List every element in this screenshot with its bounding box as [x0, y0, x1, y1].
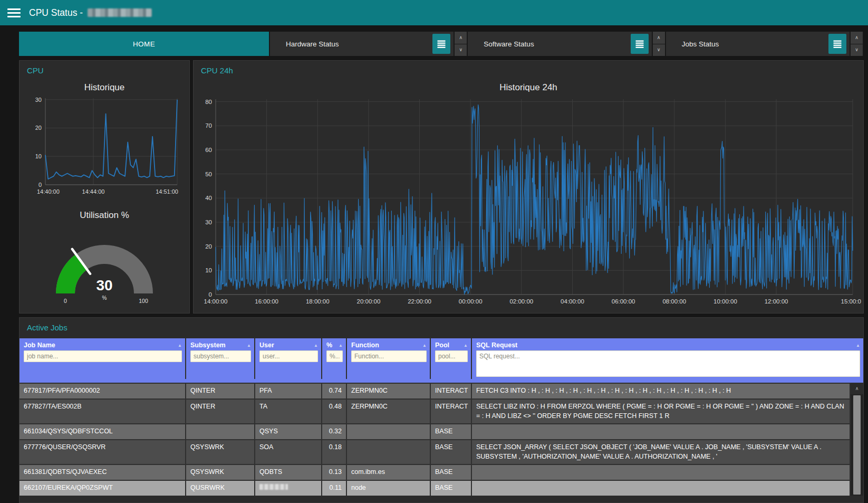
col-header-function[interactable]: Function▲	[347, 338, 431, 379]
col-header-pct[interactable]: %▲	[322, 338, 347, 379]
function-filter-input[interactable]	[351, 350, 427, 362]
cell-subsystem: QSYSWRK	[186, 440, 255, 464]
cpu-24h-panel-title: CPU 24h	[201, 66, 863, 75]
jobs-status-list-icon-button[interactable]	[828, 34, 846, 54]
pct-filter-input[interactable]	[326, 350, 343, 362]
sort-icon-pool[interactable]: ▲	[464, 343, 468, 348]
active-jobs-title: Active Jobs	[27, 323, 863, 332]
menu-icon[interactable]	[7, 8, 21, 17]
sort-icon-sql[interactable]: ▲	[856, 343, 860, 348]
tick-label: 14:44:00	[82, 188, 105, 195]
tab-scroll-up-button[interactable]: ∧	[653, 32, 665, 44]
table-scrollbar[interactable]: ∧	[850, 383, 863, 496]
cell-user: PFA	[255, 384, 322, 398]
cell-user	[255, 481, 322, 496]
gauge-unit: %	[102, 295, 107, 301]
tick-label: 30	[205, 219, 212, 225]
job_name-filter-input[interactable]	[24, 350, 182, 362]
cell-pct: 0.48	[322, 400, 347, 423]
cell-function	[347, 440, 431, 464]
cell-subsystem	[186, 424, 255, 439]
tick-label: 30	[35, 97, 42, 103]
tick-label: 14:00:00	[204, 298, 228, 305]
sql-filter-input[interactable]	[476, 350, 860, 377]
cell-sql: FETCH C3 INTO : H , : H , : H , : H , : …	[472, 384, 850, 398]
cell-pool: BASE	[431, 481, 472, 496]
table-row[interactable]: 677817/PFA/PFA0000002QINTERPFA0.74ZERPMN…	[20, 383, 850, 398]
cell-pool: BASE	[431, 440, 472, 464]
cpu-history-chart: 010203014:40:0014:44:0014:51:00	[25, 94, 184, 198]
gauge-max-label: 100	[139, 298, 148, 304]
cell-sql	[472, 481, 850, 496]
col-label-function: Function	[351, 341, 379, 349]
sort-icon-subsystem[interactable]: ▲	[247, 343, 251, 348]
table-row[interactable]: 661381/QDBTS/QJVAEXECQSYSWRKQDBTS0.13com…	[20, 464, 850, 480]
gauge-value: 30	[96, 277, 112, 293]
cell-user: SOA	[255, 440, 322, 464]
cell-function: node	[347, 481, 431, 496]
tab-hardware-status[interactable]: Hardware Status	[270, 32, 455, 56]
col-header-user[interactable]: User▲	[255, 338, 322, 379]
table-row[interactable]: 662107/EUREKA/QP0ZSPWTQUSRWRK0.11nodeBAS…	[20, 480, 850, 496]
table-row[interactable]: 661034/QSYS/QDBFSTCCOLQSYS0.32BASE	[20, 423, 850, 439]
cell-job_name: 677776/QUSER/QSQSRVR	[20, 440, 186, 464]
cpu-utilisation-gauge: 30%0100	[41, 226, 168, 306]
tab-scroll-spinner: ∧∨	[851, 32, 864, 56]
col-label-subsystem: Subsystem	[190, 341, 226, 349]
software-status-list-icon-button[interactable]	[631, 34, 649, 54]
cpu-panel-title: CPU	[27, 66, 189, 75]
active-jobs-table: Job Name▲Subsystem▲User▲%▲Function▲Pool▲…	[20, 338, 863, 496]
tab-scroll-down-button[interactable]: ∨	[455, 44, 467, 56]
col-header-pool[interactable]: Pool▲	[431, 338, 472, 379]
tick-label: 70	[205, 122, 212, 129]
sort-icon-job_name[interactable]: ▲	[178, 343, 182, 348]
col-header-top-pct: %▲	[326, 340, 343, 350]
subsystem-filter-input[interactable]	[190, 350, 251, 362]
table-row[interactable]: 677776/QUSER/QSQSRVRQSYSWRKSOA0.18BASESE…	[20, 439, 850, 464]
col-header-top-function: Function▲	[351, 340, 427, 350]
cpu-gauge-title: Utilisation %	[20, 210, 189, 221]
tick-label: 02:00:00	[509, 298, 533, 305]
cell-pct: 0.74	[322, 384, 347, 398]
tab-label: HOME	[133, 40, 155, 48]
tick-label: 10	[35, 153, 42, 159]
col-label-sql: SQL Request	[476, 341, 517, 349]
table-scrollbar-thumb[interactable]	[853, 395, 861, 495]
col-label-pct: %	[326, 341, 332, 349]
sort-icon-user[interactable]: ▲	[314, 343, 318, 348]
cell-pct: 0.11	[322, 481, 347, 496]
table-scroll-up-button[interactable]: ∧	[851, 383, 863, 394]
tab-jobs-status[interactable]: Jobs Status	[666, 32, 851, 56]
tick-label: 20	[35, 125, 42, 131]
user-filter-input[interactable]	[259, 350, 318, 362]
col-header-top-sql: SQL Request▲	[476, 340, 860, 350]
tab-scroll-down-button[interactable]: ∨	[653, 44, 665, 56]
tab-scroll-up-button[interactable]: ∧	[455, 32, 467, 44]
tab-scroll-down-button[interactable]: ∨	[851, 44, 863, 56]
cell-job_name: 661034/QSYS/QDBFSTCCOL	[20, 424, 186, 439]
cpu-history-chart-title: Historique	[20, 82, 189, 93]
tick-label: 16:00:00	[255, 298, 278, 305]
col-header-job_name[interactable]: Job Name▲	[20, 338, 186, 379]
tab-scroll-up-button[interactable]: ∧	[851, 32, 863, 44]
gauge-min-label: 0	[64, 298, 67, 304]
sort-icon-function[interactable]: ▲	[422, 343, 427, 348]
cell-sql: SELECT LIBZ INTO : H FROM ERPZOL WHERE (…	[472, 400, 850, 423]
tick-label: 20:00:00	[357, 298, 381, 305]
col-label-pool: Pool	[435, 341, 449, 349]
col-header-top-user: User▲	[259, 340, 318, 350]
tab-software-status[interactable]: Software Status	[468, 32, 652, 56]
series-line	[45, 100, 177, 179]
table-row[interactable]: 677827/TA/ES002BQINTERTA0.48ZERPMN0CINTE…	[20, 398, 850, 423]
cell-user: TA	[255, 400, 322, 423]
col-header-subsystem[interactable]: Subsystem▲	[186, 338, 255, 379]
cpu-24h-chart-title: Historique 24h	[194, 82, 863, 93]
sort-icon-pct[interactable]: ▲	[339, 343, 343, 348]
tick-label: 0	[38, 182, 42, 188]
hardware-status-list-icon-button[interactable]	[432, 34, 450, 54]
col-header-top-subsystem: Subsystem▲	[190, 340, 251, 350]
tab-home[interactable]: HOME	[19, 32, 270, 56]
tick-label: 14:40:00	[37, 188, 60, 195]
pool-filter-input[interactable]	[435, 350, 468, 362]
col-header-sql[interactable]: SQL Request▲	[472, 338, 863, 379]
